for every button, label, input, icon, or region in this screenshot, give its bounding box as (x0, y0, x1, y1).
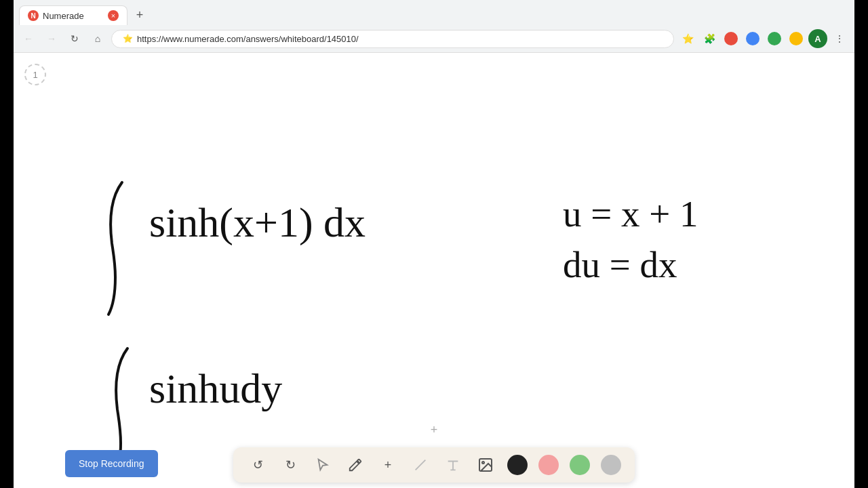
forward-button[interactable]: → (42, 29, 61, 48)
svg-text:sinh(x+1) dx: sinh(x+1) dx (149, 199, 366, 246)
color-pink[interactable] (538, 455, 559, 475)
browser-actions: ⭐ 🧩 A ⋮ (678, 29, 849, 48)
toolbar: ↺ ↻ + (233, 447, 635, 483)
svg-point-6 (482, 462, 484, 464)
more-ext-icon[interactable] (787, 29, 806, 48)
color-gray[interactable] (601, 455, 621, 475)
svg-line-4 (416, 460, 426, 470)
select-tool-button[interactable] (312, 454, 334, 476)
profile-avatar[interactable]: A (808, 29, 827, 48)
tab-bar: N Numerade × + (14, 0, 854, 25)
bookmark-icon[interactable]: ⭐ (678, 29, 697, 48)
tab-title: Numerade (43, 11, 104, 21)
address-bar-row: ← → ↻ ⌂ ⭐ https://www.numerade.com/answe… (14, 25, 854, 52)
home-button[interactable]: ⌂ (88, 29, 107, 48)
svg-text:sinhudy: sinhudy (149, 365, 282, 411)
menu-button[interactable]: ⋮ (830, 29, 849, 48)
settings-ext-icon[interactable] (765, 29, 784, 48)
color-green[interactable] (570, 455, 590, 475)
pen-tool-button[interactable] (344, 454, 366, 476)
svg-text:u = x + 1: u = x + 1 (563, 193, 698, 235)
tab-favicon: N (28, 10, 39, 21)
refresh-button[interactable]: ↻ (65, 29, 84, 48)
eraser-tool-button[interactable] (410, 454, 431, 476)
undo-button[interactable]: ↺ (247, 454, 269, 476)
redo-button[interactable]: ↻ (279, 454, 301, 476)
chrome-ext-icon[interactable] (743, 29, 762, 48)
add-element-button[interactable]: + (377, 454, 399, 476)
whiteboard-canvas[interactable]: 1 sinh(x+1) dx sinhudy u = x + 1 du = dx… (14, 53, 854, 488)
image-tool-button[interactable] (475, 454, 496, 476)
color-black[interactable] (507, 455, 528, 475)
text-tool-button[interactable] (442, 454, 464, 476)
numerade-ext-icon[interactable] (722, 29, 741, 48)
back-button[interactable]: ← (19, 29, 38, 48)
tab-close-button[interactable]: × (108, 10, 119, 21)
browser-chrome: N Numerade × + ← → ↻ ⌂ ⭐ https://www.num… (14, 0, 854, 53)
url-text: https://www.numerade.com/answers/whitebo… (137, 34, 663, 44)
address-bar[interactable]: ⭐ https://www.numerade.com/answers/white… (111, 30, 674, 48)
svg-text:du = dx: du = dx (563, 244, 677, 285)
tab-numerade[interactable]: N Numerade × (19, 5, 127, 25)
extension-icon[interactable]: 🧩 (700, 29, 719, 48)
add-page-button[interactable]: + (431, 423, 438, 437)
new-tab-button[interactable]: + (130, 6, 149, 25)
stop-recording-button[interactable]: Stop Recording (65, 450, 158, 477)
